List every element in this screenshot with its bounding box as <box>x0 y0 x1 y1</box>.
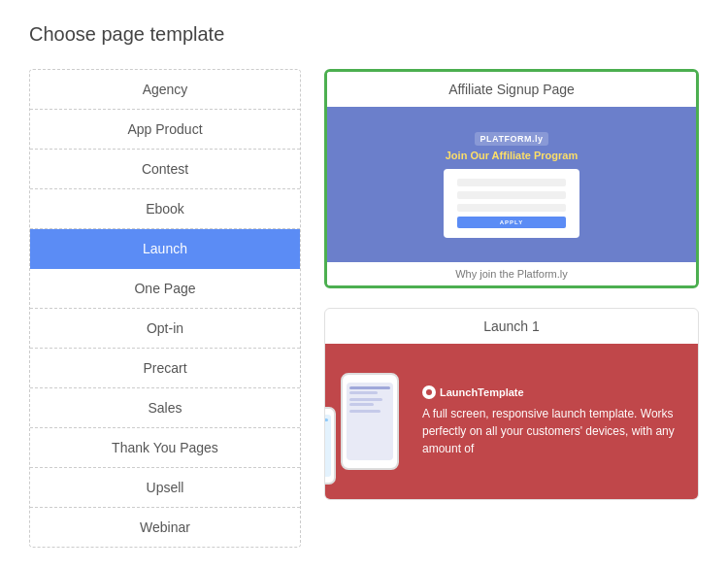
template-item-app-product[interactable]: App Product <box>30 110 300 150</box>
launch1-text-area: LaunchTemplate A full screen, responsive… <box>422 385 682 457</box>
affiliate-heading: Join Our Affiliate Program <box>446 150 579 161</box>
affiliate-form-box: APPLY <box>444 169 579 238</box>
left-panel: AgencyApp ProductContestEbookLaunchOne P… <box>29 69 301 548</box>
phone-screen <box>347 383 393 460</box>
right-panel: Affiliate Signup Page PLATFORM.ly Join O… <box>324 69 699 548</box>
template-item-sales[interactable]: Sales <box>30 388 300 428</box>
template-item-precart[interactable]: Precart <box>30 349 300 388</box>
template-item-opt-in[interactable]: Opt-in <box>30 309 300 349</box>
affiliate-preview-image: PLATFORM.ly Join Our Affiliate Program A… <box>327 107 696 262</box>
apply-btn-label: APPLY <box>500 219 523 225</box>
template-item-ebook[interactable]: Ebook <box>30 189 300 229</box>
launch1-image: LaunchTemplate A full screen, responsive… <box>325 344 698 499</box>
svg-point-0 <box>426 389 432 395</box>
launch1-title: Launch 1 <box>325 309 698 344</box>
template-item-one-page[interactable]: One Page <box>30 269 300 309</box>
template-item-agency[interactable]: Agency <box>30 70 300 110</box>
form-field-3 <box>457 204 566 212</box>
apply-btn: APPLY <box>457 217 566 228</box>
form-field-1 <box>457 179 566 186</box>
phone-lines <box>347 383 393 418</box>
page-title: Choose page template <box>29 23 699 46</box>
launch1-card: Launch 1 <box>324 308 699 500</box>
template-item-thank-you-pages[interactable]: Thank You Pages <box>30 428 300 468</box>
phone-mockup-small <box>324 407 336 485</box>
template-item-upsell[interactable]: Upsell <box>30 468 300 508</box>
form-field-2 <box>457 191 566 199</box>
launch-brand-icon <box>422 385 436 399</box>
affiliate-preview-title: Affiliate Signup Page <box>327 72 696 107</box>
template-list: AgencyApp ProductContestEbookLaunchOne P… <box>29 69 301 548</box>
template-item-launch[interactable]: Launch <box>30 229 300 269</box>
launch-brand-name: LaunchTemplate <box>440 386 524 398</box>
phone-small-lines <box>324 415 331 438</box>
template-item-webinar[interactable]: Webinar <box>30 508 300 547</box>
phone-small-screen <box>324 415 331 477</box>
launch1-description: A full screen, responsive launch templat… <box>422 405 682 457</box>
affiliate-preview-card: Affiliate Signup Page PLATFORM.ly Join O… <box>324 69 699 288</box>
affiliate-footer-text: Why join the Platform.ly <box>327 262 696 285</box>
phone-mockup-large <box>341 373 399 470</box>
launch-brand: LaunchTemplate <box>422 385 682 399</box>
affiliate-logo: PLATFORM.ly <box>475 132 549 146</box>
template-item-contest[interactable]: Contest <box>30 150 300 189</box>
main-layout: AgencyApp ProductContestEbookLaunchOne P… <box>29 69 699 548</box>
